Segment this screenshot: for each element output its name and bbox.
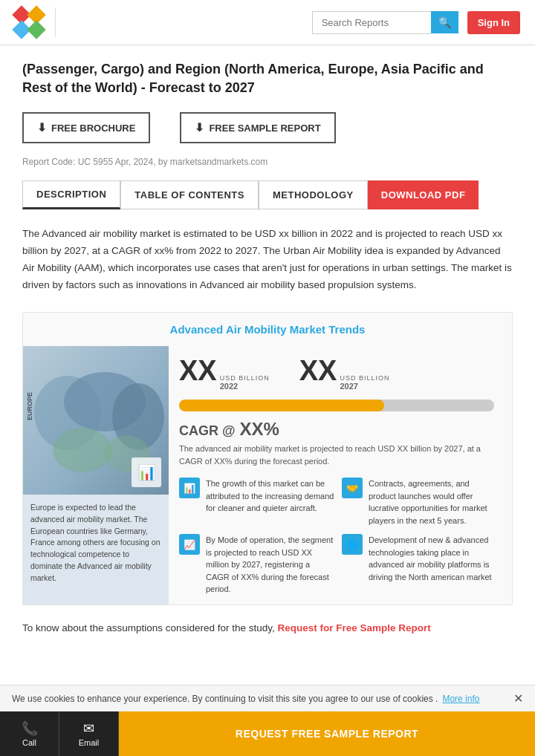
signin-button[interactable]: Sign In [467, 11, 520, 34]
bullet-item-2: 🤝 Contracts, agreements, and product lau… [342, 478, 497, 527]
bullet-item-3: 📈 By Mode of operation, the segment is p… [179, 534, 334, 596]
bullet-icon-1: 📊 [179, 478, 200, 498]
cagr-desc: The advanced air mobility market is proj… [179, 443, 502, 467]
search-input[interactable] [312, 11, 431, 34]
market-trends-section: Advanced Air Mobility Market Trends EURO… [22, 312, 513, 605]
market-visual: EUROPE 📊 Europe is expected to lead the … [23, 346, 512, 605]
free-sample-button[interactable]: ⬇ FREE SAMPLE REPORT [180, 112, 335, 143]
search-container: 🔍 [312, 11, 458, 34]
usd-2027-block: XX USD BILLION 2027 [299, 355, 390, 391]
description-text: The Advanced air mobility market is esti… [22, 226, 513, 294]
download-icon-brochure: ⬇ [37, 121, 47, 134]
bottom-text: To know about the assumptions considered… [22, 622, 275, 633]
progress-bar-fill [179, 400, 384, 411]
bottom-paragraph: To know about the assumptions considered… [22, 620, 513, 637]
usd-2027-sub: USD BILLION [340, 374, 389, 382]
usd-2022-sub: USD BILLION [220, 374, 270, 382]
svg-point-3 [53, 428, 112, 472]
map-column: EUROPE 📊 Europe is expected to lead the … [23, 346, 169, 605]
cagr-label: CAGR @ [179, 423, 236, 439]
tab-description[interactable]: DESCRIPTION [22, 180, 120, 209]
cookie-close-button[interactable]: ✕ [513, 691, 523, 697]
header-divider [55, 7, 56, 37]
usd-row: XX USD BILLION 2022 XX USD BILLION [179, 355, 502, 391]
svg-text:EUROPE: EUROPE [26, 392, 33, 420]
usd-2027-year: 2027 [340, 382, 389, 391]
request-sample-link[interactable]: Request for Free Sample Report [277, 622, 430, 633]
action-buttons-row: ⬇ FREE BROCHURE ⬇ FREE SAMPLE REPORT [22, 112, 513, 143]
download-icon-sample: ⬇ [195, 121, 204, 134]
usd-2022-year: 2022 [220, 382, 270, 391]
bullet-item-4: 🌐 Development of new & advanced technolo… [342, 534, 497, 596]
usd-2027-value: XX [299, 355, 337, 387]
cookie-bar: We use cookies to enhance your experienc… [0, 685, 535, 697]
bullet-icon-3: 📈 [179, 534, 200, 555]
logo [15, 8, 43, 36]
bullets-grid: 📊 The growth of this market can be attri… [179, 478, 502, 596]
tab-methodology[interactable]: METHODOLOGY [259, 180, 368, 209]
usd-2022-block: XX USD BILLION 2022 [179, 355, 270, 391]
stats-column: XX USD BILLION 2022 XX USD BILLION [169, 346, 512, 605]
free-brochure-button[interactable]: ⬇ FREE BROCHURE [22, 112, 150, 143]
map-image: EUROPE 📊 [23, 346, 169, 495]
map-caption: Europe is expected to lead the advanced … [23, 495, 169, 591]
bullet-text-2: Contracts, agreements, and product launc… [369, 478, 497, 527]
progress-bar-container [179, 400, 502, 411]
bullet-text-1: The growth of this market can be attribu… [206, 478, 334, 515]
search-icon: 🔍 [438, 16, 451, 28]
header: 🔍 Sign In [0, 0, 535, 45]
cagr-pct: XX% [240, 419, 279, 440]
bullet-icon-2: 🤝 [342, 478, 363, 498]
bullet-text-4: Development of new & advanced technologi… [369, 534, 497, 583]
logo-diamond-green [27, 20, 45, 39]
report-code: Report Code: UC 5955 Apr, 2024, by marke… [22, 157, 513, 167]
market-trends-title: Advanced Air Mobility Market Trends [23, 313, 512, 346]
search-button[interactable]: 🔍 [431, 11, 458, 33]
page-title: (Passenger, Cargo) and Region (North Ame… [22, 60, 513, 97]
bullet-text-3: By Mode of operation, the segment is pro… [206, 534, 334, 596]
bullet-item-1: 📊 The growth of this market can be attri… [179, 478, 334, 527]
bullet-icon-4: 🌐 [342, 534, 363, 555]
cookie-more-link[interactable]: More info [442, 694, 479, 697]
tabs-container: DESCRIPTION TABLE OF CONTENTS METHODOLOG… [22, 180, 513, 209]
tab-toc[interactable]: TABLE OF CONTENTS [120, 180, 259, 209]
page-content: (Passenger, Cargo) and Region (North Ame… [0, 45, 535, 697]
tab-download-pdf[interactable]: DOWNLOAD PDF [368, 180, 479, 209]
free-sample-label: FREE SAMPLE REPORT [209, 123, 320, 134]
cagr-row: CAGR @ XX% [179, 419, 502, 440]
usd-2022-value: XX [179, 355, 217, 387]
free-brochure-label: FREE BROCHURE [51, 123, 135, 134]
cookie-text: We use cookies to enhance your experienc… [12, 694, 438, 697]
